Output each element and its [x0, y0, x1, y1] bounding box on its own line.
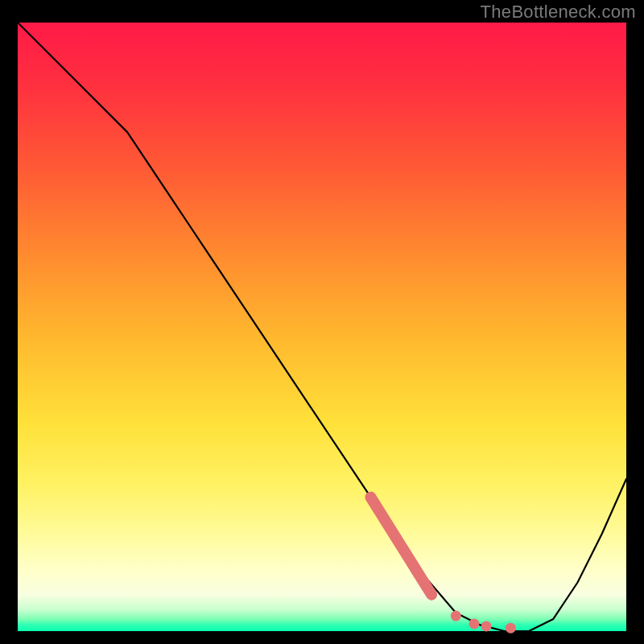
chart-svg	[18, 23, 626, 631]
valley-dot	[469, 618, 480, 629]
watermark-text: TheBottleneck.com	[481, 2, 636, 23]
chart-frame: TheBottleneck.com	[0, 0, 644, 644]
valley-dots	[451, 611, 516, 634]
valley-dot	[506, 623, 516, 634]
plot-area	[18, 23, 626, 631]
valley-dot	[451, 611, 461, 621]
bottleneck-curve	[18, 23, 626, 631]
valley-dot	[481, 621, 492, 631]
highlight-segment	[370, 497, 431, 595]
